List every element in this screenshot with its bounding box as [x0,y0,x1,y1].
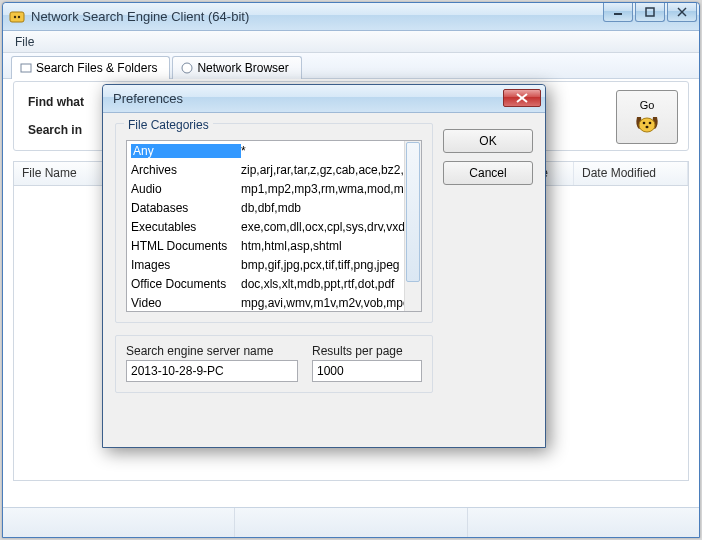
cancel-button[interactable]: Cancel [443,161,533,185]
scrollbar[interactable] [404,141,421,311]
category-name: HTML Documents [131,239,241,253]
category-name: Any [131,144,241,158]
category-row[interactable]: Imagesbmp,gif,jpg,pcx,tif,tiff,png,jpeg [127,255,421,274]
category-extensions: zip,arj,rar,tar,z,gz,cab,ace,bz2, [241,163,421,177]
category-extensions: mp1,mp2,mp3,rm,wma,mod,mid, [241,182,421,196]
category-row[interactable]: Executablesexe,com,dll,ocx,cpl,sys,drv,v… [127,217,421,236]
category-name: Images [131,258,241,272]
category-row[interactable]: HTML Documentshtm,html,asp,shtml [127,236,421,255]
category-extensions: doc,xls,xlt,mdb,ppt,rtf,dot,pdf [241,277,421,291]
group-title: File Categories [124,118,213,132]
server-group: Search engine server name Results per pa… [115,335,433,393]
preferences-dialog: Preferences File Categories Any*Archives… [102,84,546,448]
server-name-label: Search engine server name [126,344,298,358]
category-list[interactable]: Any*Archiveszip,arj,rar,tar,z,gz,cab,ace… [126,140,422,312]
category-row[interactable]: Videompg,avi,wmv,m1v,m2v,vob,mpe [127,293,421,312]
category-row[interactable]: Office Documentsdoc,xls,xlt,mdb,ppt,rtf,… [127,274,421,293]
category-extensions: bmp,gif,jpg,pcx,tif,tiff,png,jpeg [241,258,421,272]
category-extensions: exe,com,dll,ocx,cpl,sys,drv,vxd [241,220,421,234]
category-name: Archives [131,163,241,177]
dialog-body: File Categories Any*Archiveszip,arj,rar,… [103,113,545,415]
dialog-title: Preferences [113,91,183,106]
category-row[interactable]: Audiomp1,mp2,mp3,rm,wma,mod,mid, [127,179,421,198]
results-per-page-label: Results per page [312,344,422,358]
dialog-title-bar: Preferences [103,85,545,113]
category-name: Office Documents [131,277,241,291]
category-name: Executables [131,220,241,234]
category-row[interactable]: Databasesdb,dbf,mdb [127,198,421,217]
category-extensions: htm,html,asp,shtml [241,239,421,253]
category-extensions: mpg,avi,wmv,m1v,m2v,vob,mpe [241,296,421,310]
category-row[interactable]: Archiveszip,arj,rar,tar,z,gz,cab,ace,bz2… [127,160,421,179]
scrollbar-thumb[interactable] [406,142,420,282]
modal-layer: Preferences File Categories Any*Archives… [0,0,702,540]
category-name: Audio [131,182,241,196]
category-name: Video [131,296,241,310]
ok-button[interactable]: OK [443,129,533,153]
category-row[interactable]: Any* [127,141,421,160]
category-extensions: db,dbf,mdb [241,201,421,215]
server-name-input[interactable] [126,360,298,382]
file-categories-group: File Categories Any*Archiveszip,arj,rar,… [115,123,433,323]
category-extensions: * [241,144,421,158]
dialog-close-button[interactable] [503,89,541,107]
results-per-page-input[interactable] [312,360,422,382]
category-name: Databases [131,201,241,215]
